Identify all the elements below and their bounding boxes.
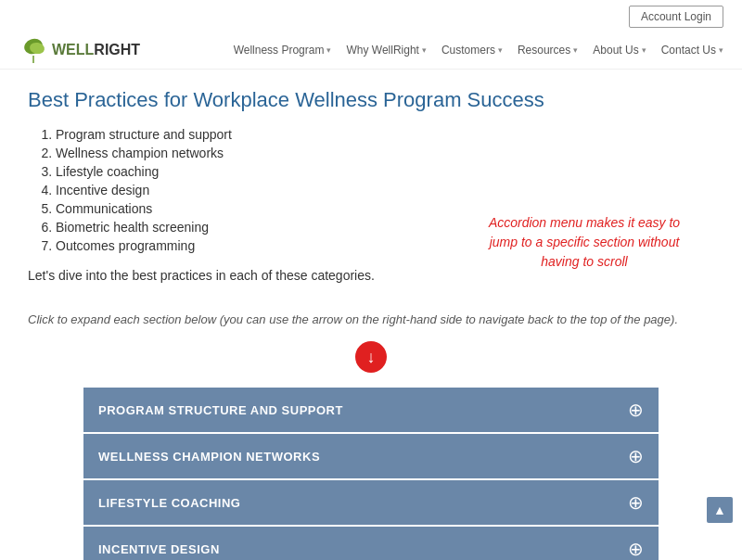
accordion-label: WELLNESS CHAMPION NETWORKS bbox=[98, 450, 320, 464]
nav-item-contact-us[interactable]: Contact Us ▾ bbox=[661, 44, 723, 57]
chevron-down-icon: ▾ bbox=[326, 45, 331, 55]
annotation-callout: Accordion menu makes it easy to jump to … bbox=[482, 213, 686, 272]
accordion-item-program-structure[interactable]: PROGRAM STRUCTURE AND SUPPORT ⊕ bbox=[83, 388, 659, 434]
chevron-down-icon: ▾ bbox=[642, 45, 646, 55]
chevron-down-icon: ▾ bbox=[422, 45, 427, 55]
accordion-item-lifestyle-coaching[interactable]: LIFESTYLE COACHING ⊕ bbox=[83, 480, 659, 527]
nav-items: Wellness Program ▾ Why WellRight ▾ Custo… bbox=[234, 44, 723, 57]
nav-item-customers[interactable]: Customers ▾ bbox=[441, 44, 503, 57]
top-bar: Account Login bbox=[0, 0, 742, 32]
main-content: Best Practices for Workplace Wellness Pr… bbox=[0, 70, 742, 560]
accordion-item-wellness-champion[interactable]: WELLNESS CHAMPION NETWORKS ⊕ bbox=[83, 434, 659, 480]
nav-item-wellness-program[interactable]: Wellness Program ▾ bbox=[234, 44, 332, 57]
accordion: PROGRAM STRUCTURE AND SUPPORT ⊕ WELLNESS… bbox=[83, 388, 659, 560]
expand-icon: ⊕ bbox=[628, 493, 644, 512]
nav-item-about-us[interactable]: About Us ▾ bbox=[593, 44, 646, 57]
accordion-item-incentive-design[interactable]: INCENTIVE DESIGN ⊕ bbox=[83, 527, 659, 560]
accordion-label: PROGRAM STRUCTURE AND SUPPORT bbox=[98, 403, 343, 417]
accordion-label: INCENTIVE DESIGN bbox=[98, 542, 220, 556]
scroll-down-button[interactable]: ↓ bbox=[355, 341, 387, 373]
list-item: Wellness champion networks bbox=[56, 146, 714, 160]
click-instruction: Click to expand each section below (you … bbox=[28, 312, 714, 326]
logo-leaf-icon bbox=[19, 37, 48, 63]
logo: WELLRIGHT bbox=[19, 37, 140, 63]
logo-text: WELLRIGHT bbox=[52, 42, 140, 58]
expand-icon: ⊕ bbox=[628, 401, 644, 419]
account-login-button[interactable]: Account Login bbox=[629, 6, 723, 28]
chevron-down-icon: ▾ bbox=[573, 45, 578, 55]
list-item: Incentive design bbox=[56, 183, 714, 197]
chevron-down-icon: ▾ bbox=[498, 45, 503, 55]
down-arrow-container: ↓ bbox=[28, 341, 714, 373]
nav-item-why-wellright[interactable]: Why WellRight ▾ bbox=[346, 44, 426, 57]
list-item: Program structure and support bbox=[56, 127, 714, 142]
list-item: Lifestyle coaching bbox=[56, 164, 714, 179]
chevron-down-icon: ▾ bbox=[719, 45, 723, 55]
nav-item-resources[interactable]: Resources ▾ bbox=[518, 44, 578, 57]
accordion-label: LIFESTYLE COACHING bbox=[98, 496, 240, 510]
scroll-to-top-button[interactable]: ▲ bbox=[707, 497, 733, 523]
expand-icon: ⊕ bbox=[628, 447, 644, 465]
nav-bar: WELLRIGHT Wellness Program ▾ Why WellRig… bbox=[0, 32, 742, 70]
expand-icon: ⊕ bbox=[628, 540, 644, 558]
page-title: Best Practices for Workplace Wellness Pr… bbox=[28, 88, 714, 112]
